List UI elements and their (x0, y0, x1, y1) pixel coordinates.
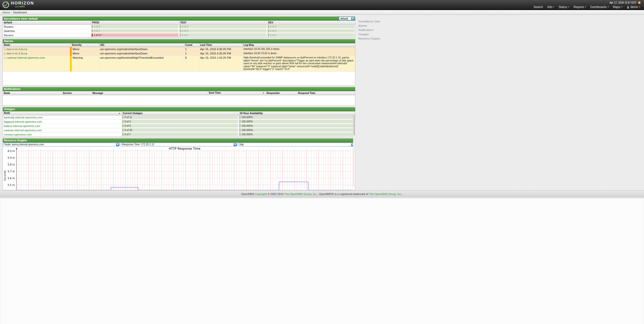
nav-reports[interactable]: Reports▾ (574, 5, 586, 9)
status-cell[interactable]: 0 of 1 (92, 29, 178, 33)
svg-text:5.6 m: 5.6 m (8, 177, 15, 179)
sidebar-item-notifications[interactable]: Notifications (358, 29, 380, 31)
alarm-node-link[interactable]: two-rr-nc-2-la-ca (7, 48, 27, 51)
outage-node-link[interactable]: butters.internal.opennms.com (4, 124, 40, 127)
nav-status[interactable]: Status▾ (559, 5, 569, 9)
alarm-row: ⚠two-rr-nc-2-la-ca Minor uei.opennms.org… (3, 51, 355, 56)
footer-text: © 2002-2016 (267, 192, 284, 196)
status-value: 0 of 20 (123, 129, 132, 132)
panel-title: Outages (4, 108, 15, 111)
column-header[interactable]: Current Outages (122, 111, 239, 115)
outages-table: ▲Node Current Outages 24 Hour Availabili… (3, 111, 355, 137)
node-select[interactable]: Node: kenny.internal.opennms.com (3, 143, 120, 146)
status-cell[interactable]: 0 of 0 (180, 29, 267, 33)
notifications-panel: Notifications Node Service Message ▼Sent… (3, 87, 355, 106)
graph-select[interactable]: http (238, 143, 355, 146)
status-value: 0 of 11 (123, 116, 132, 119)
alarm-count: 1 (184, 51, 199, 56)
status-cell: 100.000% (239, 133, 355, 136)
status-value: 100.000% (240, 133, 253, 136)
warning-triangle-icon: ⚠ (4, 52, 6, 55)
status-value: 0 of 0 (269, 29, 276, 32)
outage-node-link[interactable]: cartman.internal.opennms.com (4, 129, 42, 132)
scrollbar-thumb[interactable] (354, 115, 355, 135)
column-header[interactable]: Responder (266, 91, 297, 95)
select-value: http (240, 143, 244, 146)
footer-group-link[interactable]: The OpenNMS Group, Inc. (284, 192, 317, 196)
status-cell[interactable]: 0 of 0 (180, 34, 267, 37)
surveillance-view-select[interactable]: default (339, 17, 355, 20)
nav-label: Reports (574, 5, 584, 9)
column-header[interactable]: Service (62, 91, 91, 95)
alarm-node-link[interactable]: two-rr-nc-2-la-ca (7, 52, 27, 55)
status-cell[interactable]: 0 of 0 (268, 29, 355, 33)
caret-down-icon: ▾ (553, 6, 554, 8)
status-value: 0 of 5 (123, 124, 131, 127)
status-cell[interactable]: 0 of 8 (92, 25, 178, 28)
outage-row: cartman.internal.opennms.com 0 of 20 100… (3, 128, 355, 132)
datetime-label: Apr 17, 2016 11:57 EDT (610, 1, 636, 4)
brand-text: HORIZON openNMS (11, 1, 34, 8)
status-cell[interactable]: 1 of 17 (92, 34, 178, 37)
caret-down-icon: ▾ (639, 6, 640, 8)
outage-node-link[interactable]: biggayal.internal.opennms.com (4, 120, 42, 123)
column-header[interactable]: Node (3, 91, 62, 95)
resource-graph-selectors: Node: kenny.internal.opennms.com Respons… (3, 143, 355, 147)
column-header[interactable]: Message (91, 91, 208, 95)
status-value: 0 of 0 (181, 34, 188, 37)
nav-search[interactable]: Search (534, 5, 543, 9)
dashboard-scrollbar[interactable] (353, 114, 355, 187)
footer-copyright-link[interactable]: Copyright (255, 192, 267, 196)
sidebar-item-outages[interactable]: Outages (358, 33, 380, 36)
status-cell[interactable]: 0 of 0 (268, 25, 355, 28)
status-value: 0 of 0 (269, 25, 276, 28)
alarm-last-time: Apr 16, 2016 4:35:05 PM (199, 51, 242, 56)
column-header-sent-time[interactable]: ▼Sent Time (208, 91, 266, 95)
alert-indicator-icon[interactable] (638, 1, 641, 4)
alarm-uei: uei.opennms.org/nodes/interfaceDown (99, 51, 184, 56)
sort-desc-icon: ▼ (262, 91, 264, 95)
outage-row: butters.internal.opennms.com 0 of 5 100.… (3, 124, 355, 128)
sidebar-item-surveillance-view[interactable]: Surveillance View (358, 20, 380, 23)
row-label: Servers (3, 33, 91, 37)
sidebar-item-resource-graphs[interactable]: Resource Graphs (358, 37, 380, 40)
status-cell[interactable]: 0 of 0 (180, 25, 267, 28)
alarm-node-link[interactable]: cartman.internal.opennms.com (7, 56, 45, 59)
nav-maps[interactable]: Maps▾ (613, 5, 622, 9)
http-response-time-chart: 6.0 m5.9 m5.8 m5.7 m5.6 m5.5 mHTTP Respo… (3, 147, 355, 190)
alarm-last-time: Apr 16, 2016 4:35:05 PM (199, 47, 242, 51)
breadcrumb-home-link[interactable]: Home (3, 11, 10, 14)
page-background (0, 198, 644, 324)
outage-node-link[interactable]: connect.opennms.com (4, 133, 32, 136)
status-value: 0 of 0 (181, 29, 188, 32)
status-value: 0 of 7 (123, 133, 131, 136)
table-row: Routers 0 of 8 0 of 0 0 of 0 (3, 24, 355, 29)
table-header-row: default PROD TEST DEV (3, 21, 355, 24)
status-value: 100.000% (240, 129, 253, 132)
column-header[interactable]: Respond Time (297, 91, 355, 95)
select-value: Response Time: 172.20.1.12 (122, 143, 154, 146)
alarm-log-msg: High threshold exceeded for SNMP datasou… (242, 56, 355, 72)
nav-label: Status (559, 5, 567, 9)
column-header[interactable]: 24 Hour Availability (239, 111, 355, 115)
alarm-uei: uei.opennms.org/threshold/highThresholdE… (99, 56, 184, 72)
sidebar-item-alarms[interactable]: Alarms (358, 24, 380, 27)
status-cell: 100.000% (239, 116, 355, 119)
alarm-row: ⚠two-rr-nc-2-la-ca Minor uei.opennms.org… (3, 47, 355, 51)
column-header-node[interactable]: ▲Node (3, 111, 122, 115)
resource-select[interactable]: Response Time: 172.20.1.12 (121, 143, 237, 146)
footer-text: . (402, 192, 403, 196)
status-cell[interactable]: 0 of 0 (268, 34, 355, 37)
footer-group-link[interactable]: The OpenNMS Group, Inc. (369, 192, 402, 196)
alarm-severity: Warning (71, 56, 99, 72)
nav-user-demo[interactable]: demo▾ (627, 5, 640, 9)
opennms-logo[interactable]: HORIZON openNMS (2, 1, 34, 9)
outage-node-link[interactable]: barbrady.internal.opennms.com (4, 116, 43, 119)
status-value: 100.000% (240, 120, 253, 123)
brand-sub-nms: NMS (20, 5, 25, 8)
nav-info[interactable]: Info▾ (547, 5, 554, 9)
alarm-uei: uei.opennms.org/nodes/interfaceDown (99, 47, 184, 51)
status-value: 100.000% (240, 124, 253, 127)
nav-dashboards[interactable]: Dashboards▾ (590, 5, 609, 9)
brand-subtitle: openNMS (15, 6, 34, 8)
